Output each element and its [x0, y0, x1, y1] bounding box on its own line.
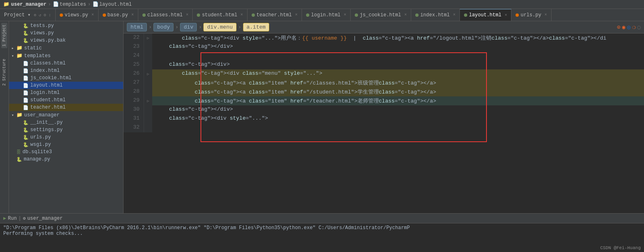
- tree-icon: 📄: [23, 98, 29, 103]
- tree-item[interactable]: 🐍wsgi.py: [9, 141, 123, 148]
- tree-label: teacher.html: [30, 105, 65, 110]
- tree-label: wsgi.py: [30, 142, 51, 147]
- sidebar-toolbar-project[interactable]: Project ▾ ⊕ ↺ ⚙ ↕: [0, 9, 56, 21]
- code-line: 24: [124, 51, 644, 60]
- file-tab-label: urls.py: [520, 12, 541, 18]
- tree-arrow: ▾: [11, 113, 16, 118]
- file-tab-dot: [142, 13, 146, 17]
- file-tab-close[interactable]: ×: [131, 13, 134, 17]
- file-tab-dot: [197, 13, 200, 17]
- tree-item[interactable]: ▾📁user_manager: [9, 111, 123, 119]
- line-gutter: [144, 60, 152, 69]
- tree-item[interactable]: 📄js_cookie.html: [9, 74, 123, 82]
- tree-item[interactable]: 🐍manage.py: [9, 156, 123, 163]
- tree-item[interactable]: ▸📁static: [9, 44, 123, 52]
- file-tab-layout-html[interactable]: layout.html×: [460, 9, 511, 21]
- file-tab-close[interactable]: ×: [186, 13, 188, 17]
- file-tab-label: layout.html: [469, 12, 501, 18]
- code-line: 30 class="c-tag"></div>: [124, 105, 644, 114]
- file-tab-label: login.html: [311, 12, 340, 18]
- tree-item[interactable]: 🐍views.py.bak: [9, 37, 123, 44]
- tree-icon: 🐍: [23, 127, 29, 133]
- code-lines-container: 22▷ class="c-tag"><div style="...">用户名：{…: [124, 33, 644, 132]
- tree-label: templates: [24, 53, 51, 59]
- title-project-label: user_manager: [11, 2, 46, 7]
- ie-icon: ◎: [627, 24, 630, 31]
- title-templates-label: templates: [60, 2, 86, 7]
- file-tab-index-html[interactable]: index.html×: [411, 9, 460, 21]
- file-tab-dot: [60, 13, 63, 17]
- tree-label: tests.py: [30, 23, 54, 29]
- file-tab-close[interactable]: ×: [241, 13, 243, 17]
- file-tab-dot: [306, 13, 309, 17]
- tree-item[interactable]: ▾📁templates: [9, 52, 123, 60]
- terminal-content: "D:\Program Files (x86)\JetBrains\PyChar…: [3, 225, 641, 236]
- run-config-icon: ⚙: [23, 216, 26, 221]
- tree-label: login.html: [30, 90, 60, 96]
- code-editor[interactable]: 22▷ class="c-tag"><div style="...">用户名：{…: [124, 33, 644, 213]
- tree-item[interactable]: 📄classes.html: [9, 60, 123, 67]
- tree-item[interactable]: 📄login.html: [9, 89, 123, 96]
- opera-icon: ❍: [632, 24, 635, 31]
- file-tab-close[interactable]: ×: [92, 13, 94, 17]
- tree-item[interactable]: 🐍urls.py: [9, 134, 123, 141]
- line-number: 25: [124, 60, 144, 69]
- tree-item[interactable]: 📄layout.html: [9, 82, 123, 89]
- line-content: class="c-tag"><div>: [152, 60, 644, 69]
- file-tab-close[interactable]: ×: [404, 13, 407, 17]
- file-tab-js_cookie-html[interactable]: js_cookie.html×: [351, 9, 411, 21]
- file-tab-dot: [252, 13, 255, 17]
- file-tab-teacher-html[interactable]: teacher.html×: [248, 9, 302, 21]
- breadcrumb-aitem[interactable]: a.item: [243, 23, 270, 31]
- tree-label: js_cookie.html: [30, 75, 72, 81]
- line-gutter: [144, 87, 152, 96]
- tree-item[interactable]: 🐍settings.py: [9, 126, 123, 134]
- tree-item[interactable]: 📄teacher.html: [9, 104, 123, 111]
- tree-container: 🐍tests.py🐍views.py🐍views.py.bak▸📁static▾…: [9, 21, 123, 213]
- file-tab-student-html[interactable]: student.html×: [193, 9, 247, 21]
- tree-item[interactable]: 🐍views.py: [9, 29, 123, 37]
- tree-item[interactable]: 📄index.html: [9, 67, 123, 74]
- tree-icon: 📄: [23, 105, 29, 110]
- file-tab-classes-html[interactable]: classes.html×: [138, 9, 193, 21]
- tree-icon: 🐍: [23, 120, 29, 125]
- file-tab-views-py[interactable]: views.py×: [56, 9, 99, 21]
- file-tab-label: views.py: [65, 12, 88, 18]
- tree-item[interactable]: 🐍tests.py: [9, 22, 123, 29]
- file-tabs-container: views.py×base.py×classes.html×student.ht…: [56, 9, 552, 21]
- file-tab-close[interactable]: ×: [545, 13, 547, 17]
- tree-arrow: ▸: [11, 46, 16, 51]
- tree-label: student.html: [30, 97, 65, 103]
- tree-item[interactable]: 📄student.html: [9, 96, 123, 104]
- file-tab-base-py[interactable]: base.py×: [99, 9, 138, 21]
- file-tab-urls-py[interactable]: urls.py×: [511, 9, 551, 21]
- file-tab-close[interactable]: ×: [453, 13, 455, 17]
- line-number: 28: [124, 87, 144, 96]
- run-label: Run: [8, 216, 17, 221]
- tree-label: __init__.py: [30, 120, 63, 125]
- breadcrumb-html[interactable]: html: [127, 23, 147, 31]
- file-tab-close[interactable]: ×: [344, 13, 346, 17]
- left-tab-project[interactable]: 1 Project: [1, 23, 7, 48]
- tree-label: static: [24, 45, 42, 51]
- line-content: class="c-tag"></div>: [152, 42, 644, 51]
- left-tab-structure[interactable]: 2 Structure: [1, 57, 7, 87]
- file-tab-close[interactable]: ×: [295, 13, 297, 17]
- file-tab-label: index.html: [420, 12, 450, 18]
- tree-icon: 📄: [23, 68, 29, 74]
- tree-label: db.sqlite3: [23, 149, 52, 155]
- tree-label: manage.py: [24, 156, 50, 162]
- line-content: class="c-tag"><a class="item" href="/cla…: [152, 78, 644, 87]
- tree-item[interactable]: 🐍__init__.py: [9, 119, 123, 126]
- tree-label: settings.py: [30, 127, 63, 133]
- file-tab-login-html[interactable]: login.html×: [302, 9, 351, 21]
- code-line: 25 class="c-tag"><div>: [124, 60, 644, 69]
- breadcrumb-body[interactable]: body: [153, 23, 173, 31]
- breadcrumb-divmenu[interactable]: div.menu: [203, 23, 236, 31]
- tree-item[interactable]: 🗄db.sqlite3: [9, 148, 123, 156]
- code-line: 32: [124, 123, 644, 132]
- line-number: 32: [124, 123, 144, 132]
- run-config-label: user_manager: [27, 216, 63, 221]
- file-tab-close[interactable]: ×: [504, 13, 507, 18]
- breadcrumb-div[interactable]: div: [180, 23, 197, 31]
